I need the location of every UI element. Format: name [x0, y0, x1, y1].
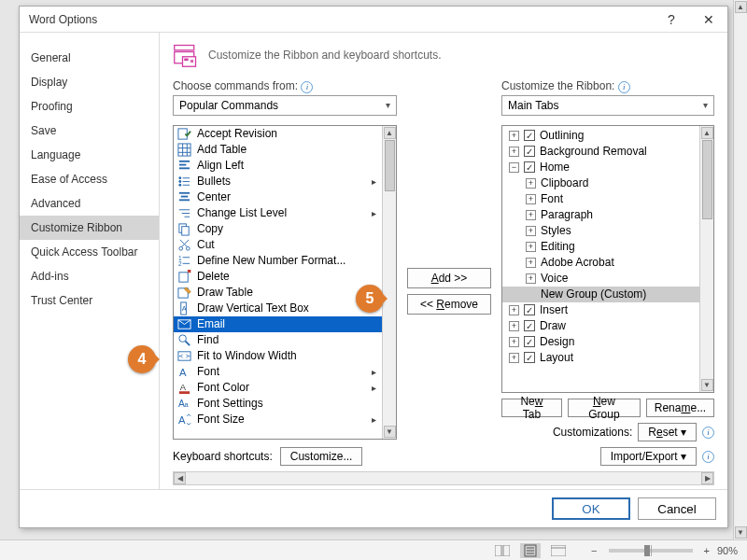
app-vertical-scrollbar[interactable]: ▲ ▼ — [733, 0, 747, 539]
zoom-in-button[interactable]: + — [704, 545, 710, 556]
scroll-up-icon[interactable]: ▲ — [735, 1, 747, 13]
sidenav-item[interactable]: Language — [20, 143, 159, 167]
command-item[interactable]: Copy — [174, 221, 382, 237]
info-icon[interactable]: i — [702, 427, 714, 439]
tree-item[interactable]: −✓Home — [502, 160, 699, 175]
command-item[interactable]: Add Table — [174, 142, 382, 158]
tree-item[interactable]: +Font — [502, 191, 699, 207]
scroll-down-icon[interactable]: ▼ — [384, 426, 396, 438]
sidenav-item[interactable]: Quick Access Toolbar — [20, 240, 159, 264]
customize-ribbon-dropdown[interactable]: Main Tabs — [501, 95, 714, 116]
sidenav-item[interactable]: Ease of Access — [20, 167, 159, 191]
tree-scrollbar[interactable]: ▲ ▼ — [699, 126, 713, 393]
rename-button[interactable]: Rename... — [646, 399, 714, 417]
checkbox[interactable]: ✓ — [524, 336, 535, 347]
command-item[interactable]: Cut — [174, 237, 382, 253]
horizontal-scrollbar[interactable]: ◀ ▶ — [173, 471, 714, 485]
expander-icon[interactable]: + — [526, 210, 536, 220]
command-item[interactable]: 12Define New Number Format... — [174, 253, 382, 269]
scroll-thumb[interactable] — [385, 140, 395, 191]
info-icon[interactable]: i — [702, 451, 714, 463]
expander-icon[interactable]: + — [509, 353, 519, 363]
add-button[interactable]: Add >> — [407, 268, 491, 288]
commands-scrollbar[interactable]: ▲ ▼ — [382, 126, 396, 440]
zoom-handle[interactable] — [644, 545, 650, 556]
scroll-down-icon[interactable]: ▼ — [735, 526, 747, 539]
print-layout-icon[interactable] — [520, 543, 541, 558]
command-item[interactable]: Accept Revision — [174, 126, 382, 142]
command-item[interactable]: Center — [174, 189, 382, 205]
command-item[interactable]: Delete — [174, 269, 382, 285]
import-export-button[interactable]: Import/Export ▾ — [600, 447, 697, 466]
commands-listbox[interactable]: Accept RevisionAdd TableAlign LeftBullet… — [173, 125, 397, 441]
scroll-thumb[interactable] — [702, 140, 712, 219]
expander-icon[interactable]: + — [526, 194, 536, 204]
sidenav-item[interactable]: Customize Ribbon — [20, 216, 159, 240]
reset-button[interactable]: Reset ▾ — [638, 423, 697, 441]
sidenav-item[interactable]: General — [20, 46, 159, 70]
expander-icon[interactable]: + — [509, 337, 519, 347]
checkbox[interactable]: ✓ — [524, 304, 535, 315]
sidenav-item[interactable]: Save — [20, 119, 159, 143]
scroll-right-icon[interactable]: ▶ — [701, 472, 713, 484]
expander-icon[interactable]: + — [526, 258, 536, 268]
checkbox[interactable]: ✓ — [524, 352, 535, 363]
tree-item[interactable]: +✓Draw — [502, 318, 699, 334]
command-item[interactable]: Fit to Window Width — [174, 348, 382, 364]
info-icon[interactable]: i — [618, 81, 630, 93]
tree-item[interactable]: +✓Layout — [502, 350, 699, 366]
close-button[interactable]: ✕ — [690, 7, 727, 33]
ok-button[interactable]: OK — [552, 497, 630, 520]
expander-icon[interactable]: + — [509, 305, 519, 315]
sidenav-item[interactable]: Add-ins — [20, 264, 159, 288]
command-item[interactable]: AaFont Settings — [174, 396, 382, 412]
cancel-button[interactable]: Cancel — [638, 497, 716, 520]
zoom-slider[interactable] — [609, 549, 693, 553]
remove-button[interactable]: << Remove — [407, 294, 491, 315]
command-item[interactable]: Draw Table — [174, 285, 382, 301]
tree-item[interactable]: +Paragraph — [502, 207, 699, 223]
read-mode-icon[interactable] — [492, 543, 513, 558]
tree-item[interactable]: +✓Background Removal — [502, 144, 699, 160]
tree-item[interactable]: +Voice — [502, 271, 699, 287]
sidenav-item[interactable]: Display — [20, 70, 159, 94]
expander-icon[interactable]: + — [509, 131, 519, 141]
info-icon[interactable]: i — [301, 81, 313, 93]
scroll-up-icon[interactable]: ▲ — [701, 127, 713, 139]
expander-icon[interactable]: − — [509, 162, 519, 173]
customize-keyboard-button[interactable]: Customize... — [280, 447, 363, 466]
sidenav-item[interactable]: Proofing — [20, 94, 159, 119]
checkbox[interactable]: ✓ — [524, 130, 535, 141]
expander-icon[interactable]: + — [509, 147, 519, 157]
tree-item[interactable]: New Group (Custom) — [502, 287, 699, 302]
checkbox[interactable]: ✓ — [524, 161, 535, 173]
ribbon-tree[interactable]: +✓Outlining+✓Background Removal−✓Home+Cl… — [501, 125, 714, 394]
expander-icon[interactable]: + — [526, 242, 536, 252]
choose-commands-dropdown[interactable]: Popular Commands — [173, 95, 397, 116]
tree-item[interactable]: +✓Design — [502, 334, 699, 350]
sidenav-item[interactable]: Advanced — [20, 191, 159, 216]
sidenav-item[interactable]: Trust Center — [20, 288, 159, 313]
tree-item[interactable]: +Editing — [502, 239, 699, 255]
web-layout-icon[interactable] — [548, 543, 569, 558]
help-button[interactable]: ? — [653, 7, 690, 33]
scroll-up-icon[interactable]: ▲ — [384, 127, 396, 139]
tree-item[interactable]: +✓Insert — [502, 302, 699, 318]
command-item[interactable]: AFont Color▸ — [174, 380, 382, 396]
zoom-percent[interactable]: 90% — [717, 545, 738, 556]
new-group-button[interactable]: New Group — [568, 399, 641, 417]
tree-item[interactable]: +Styles — [502, 223, 699, 239]
command-item[interactable]: AFont▸ — [174, 364, 382, 380]
checkbox[interactable]: ✓ — [524, 146, 535, 157]
tree-item[interactable]: +Clipboard — [502, 175, 699, 191]
tree-item[interactable]: +✓Outlining — [502, 128, 699, 144]
expander-icon[interactable]: + — [526, 273, 536, 284]
scroll-left-icon[interactable]: ◀ — [174, 472, 186, 484]
command-item[interactable]: Change List Level▸ — [174, 205, 382, 221]
command-item[interactable]: AFont Size▸ — [174, 412, 382, 427]
tree-item[interactable]: +Adobe Acrobat — [502, 255, 699, 271]
command-item[interactable]: Email — [174, 316, 382, 332]
zoom-out-button[interactable]: − — [591, 545, 597, 556]
expander-icon[interactable]: + — [509, 321, 519, 331]
new-tab-button[interactable]: New Tab — [501, 399, 562, 417]
